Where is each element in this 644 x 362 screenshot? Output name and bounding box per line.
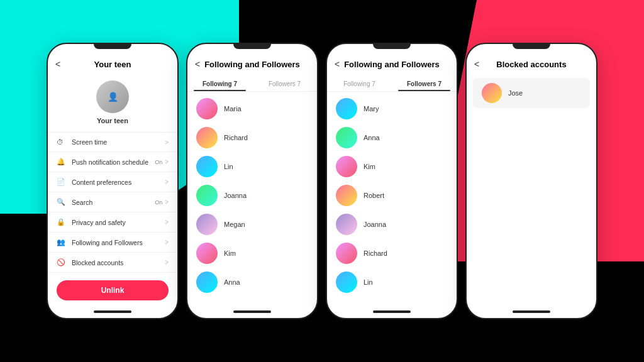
blocked-user-item[interactable]: Jose: [473, 78, 590, 108]
tab-following-2[interactable]: Following 7: [187, 77, 252, 91]
list-item[interactable]: Lin: [327, 268, 457, 297]
blocked-user-name: Jose: [508, 89, 523, 97]
search-badge: On: [155, 199, 162, 206]
user-avatar: [336, 272, 357, 293]
list-item[interactable]: Joanna: [327, 210, 457, 239]
phone1-header: < Your teen: [48, 52, 177, 74]
phone3-notch: [373, 44, 411, 49]
user-avatar: [336, 127, 357, 148]
blocked-arrow: >: [165, 259, 169, 266]
push-notification-arrow: >: [165, 158, 169, 165]
list-item[interactable]: Richard: [187, 123, 317, 152]
phone4-title: Blocked accounts: [475, 60, 587, 69]
user-name: Anna: [224, 278, 240, 286]
menu-item-following[interactable]: 👥 Following and Followers >: [48, 233, 177, 253]
phone2-tabs: Following 7 Followers 7: [187, 77, 317, 92]
phone3-back-button[interactable]: <: [335, 59, 340, 69]
user-name: Joanna: [224, 192, 247, 199]
user-avatar: [196, 272, 218, 293]
following-icon: 👥: [57, 238, 67, 246]
user-avatar: [196, 156, 218, 177]
phone4-content: Jose: [467, 74, 596, 307]
user-avatar: [336, 98, 357, 119]
user-avatar: [196, 185, 218, 206]
list-item[interactable]: Megan: [187, 210, 317, 239]
list-item[interactable]: Robert: [327, 181, 457, 210]
user-avatar: [336, 156, 357, 177]
phone3-user-list: Mary Anna Kim Robert Joanna: [327, 92, 457, 299]
phone2-notch: [233, 44, 271, 49]
push-notification-icon: 🔔: [57, 158, 67, 166]
user-name: Richard: [224, 134, 248, 141]
user-name: Lin: [364, 278, 373, 286]
list-item[interactable]: Mary: [327, 94, 457, 123]
phone2-user-list: Maria Richard Lin Joanna Megan: [187, 92, 317, 299]
menu-item-blocked[interactable]: 🚫 Blocked accounts >: [48, 253, 177, 273]
privacy-label: Privacy and safety: [72, 219, 165, 226]
phone1-back-button[interactable]: <: [55, 59, 60, 69]
phone3-title: Following and Followers: [336, 60, 448, 69]
menu-item-content-pref[interactable]: 📄 Content preferences >: [48, 172, 177, 192]
phone2-title: Following and Followers: [196, 60, 308, 69]
phone3-header: < Following and Followers: [327, 52, 457, 74]
list-item[interactable]: Richard: [327, 239, 457, 268]
content-pref-label: Content preferences: [72, 178, 165, 186]
teen-avatar-icon: 👤: [96, 80, 129, 113]
following-label: Following and Followers: [72, 239, 165, 246]
screen-time-label: Screen time: [72, 138, 165, 146]
screen-time-arrow: >: [165, 139, 169, 146]
list-item[interactable]: Anna: [327, 123, 457, 152]
content-pref-arrow: >: [165, 178, 169, 185]
phone-notch: [94, 44, 131, 49]
menu-list: ⏱ Screen time > 🔔 Push notification sche…: [48, 132, 177, 273]
phone3-tabs: Following 7 Followers 7: [327, 77, 457, 92]
list-item[interactable]: Lin: [187, 152, 317, 181]
tab-followers-2[interactable]: Followers 7: [252, 77, 317, 91]
list-item[interactable]: Kim: [187, 239, 317, 268]
list-item[interactable]: Kim: [327, 152, 457, 181]
phone4-back-button[interactable]: <: [474, 59, 479, 69]
phone1-content: 👤 Your teen ⏱ Screen time > 🔔 Push notif…: [48, 74, 177, 307]
push-notification-badge: On: [155, 159, 162, 165]
user-avatar: [196, 214, 218, 235]
phone2-back-button[interactable]: <: [195, 59, 200, 69]
tab-following-3[interactable]: Following 7: [327, 77, 392, 91]
push-notification-label: Push notification schedule: [72, 158, 155, 166]
user-name: Lin: [224, 163, 233, 170]
content-pref-icon: 📄: [57, 178, 67, 186]
phone1-home-bar: [94, 310, 131, 313]
privacy-icon: 🔒: [57, 218, 67, 226]
menu-item-privacy[interactable]: 🔒 Privacy and safety >: [48, 212, 177, 233]
phone4-home-bar: [513, 310, 550, 313]
privacy-arrow: >: [165, 219, 169, 226]
menu-item-push-notification[interactable]: 🔔 Push notification schedule On >: [48, 152, 177, 172]
tab-followers-3[interactable]: Followers 7: [392, 77, 457, 91]
user-name: Mary: [364, 105, 379, 112]
blocked-label: Blocked accounts: [72, 259, 165, 266]
user-name: Kim: [364, 163, 375, 170]
teen-avatar-section: 👤 Your teen: [48, 74, 177, 132]
menu-item-search[interactable]: 🔍 Search On >: [48, 192, 177, 212]
teen-name-label: Your teen: [97, 117, 128, 124]
following-arrow: >: [165, 239, 169, 246]
list-item[interactable]: Maria: [187, 94, 317, 123]
phone-following-followers-2: < Following and Followers Following 7 Fo…: [326, 43, 458, 319]
phone2-header: < Following and Followers: [187, 52, 317, 74]
user-name: Maria: [224, 105, 242, 112]
list-item[interactable]: Anna: [187, 268, 317, 297]
user-avatar: [336, 214, 357, 235]
unlink-button[interactable]: Unlink: [57, 280, 169, 300]
user-name: Megan: [224, 221, 245, 228]
menu-item-screen-time[interactable]: ⏱ Screen time >: [48, 133, 177, 152]
user-avatar: [196, 127, 218, 148]
phone-following-followers-1: < Following and Followers Following 7 Fo…: [186, 43, 318, 319]
phone2-home-bar: [233, 310, 271, 313]
phone2-content: Maria Richard Lin Joanna Megan: [187, 92, 317, 307]
user-name: Robert: [364, 192, 384, 199]
user-name: Richard: [364, 250, 387, 257]
search-label: Search: [72, 199, 155, 206]
user-name: Kim: [224, 250, 236, 257]
phone4-header: < Blocked accounts: [467, 52, 596, 74]
user-avatar: [336, 185, 357, 206]
list-item[interactable]: Joanna: [187, 181, 317, 210]
